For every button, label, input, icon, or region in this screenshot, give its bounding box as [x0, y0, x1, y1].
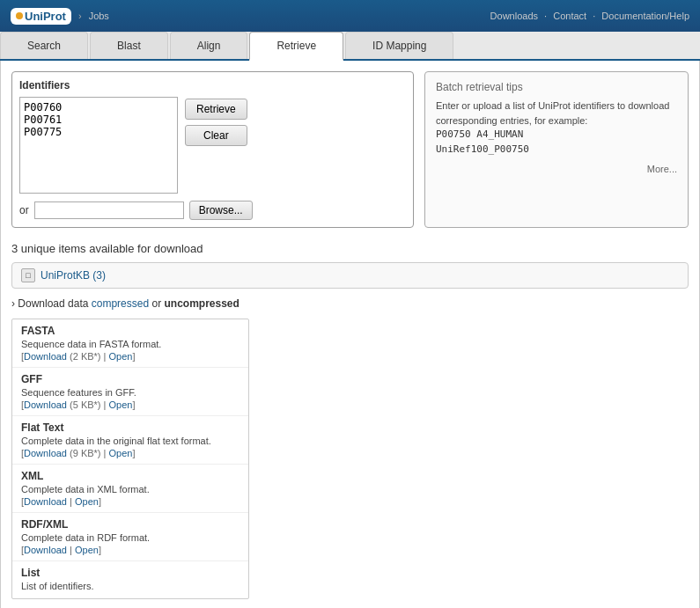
batch-tips-example1: P00750 A4_HUMAN — [436, 128, 677, 143]
main-content: Identifiers P00760 P00761 P00775 Retriev… — [0, 61, 700, 608]
identifiers-box: Identifiers P00760 P00761 P00775 Retriev… — [11, 71, 414, 228]
logo-text: UniProt — [25, 10, 66, 23]
batch-tips-example2: UniRef100_P00750 — [436, 143, 677, 157]
identifiers-section: Identifiers P00760 P00761 P00775 Retriev… — [11, 71, 689, 228]
nav-contact-link[interactable]: Contact — [553, 11, 586, 21]
tab-align[interactable]: Align — [170, 32, 248, 59]
format-desc-list: List of identifiers. — [21, 581, 239, 591]
or-label: or — [19, 204, 29, 216]
format-row-flattext: Flat Text Complete data in the original … — [12, 416, 248, 465]
browse-button[interactable]: Browse... — [189, 201, 253, 220]
results-section: 3 unique items available for download □ … — [11, 242, 689, 599]
results-count: 3 unique items available for download — [11, 242, 689, 255]
fasta-size: 2 KB* — [73, 351, 98, 362]
nav-downloads-link[interactable]: Downloads — [490, 11, 538, 21]
flattext-size: 9 KB* — [73, 448, 98, 458]
format-name-gff: GFF — [21, 373, 239, 385]
open-flattext-link[interactable]: Open — [109, 448, 133, 458]
identifiers-inner: P00760 P00761 P00775 Retrieve Clear — [19, 97, 406, 194]
download-flattext-link[interactable]: Download — [24, 448, 67, 458]
format-name-flattext: Flat Text — [21, 421, 239, 434]
tab-blast[interactable]: Blast — [90, 32, 168, 59]
format-links-flattext: [Download (9 KB*) | Open] — [21, 448, 239, 458]
format-name-xml: XML — [21, 470, 239, 482]
logo-dot — [16, 12, 23, 19]
open-gff-link[interactable]: Open — [109, 399, 133, 410]
open-fasta-link[interactable]: Open — [109, 351, 133, 362]
format-desc-xml: Complete data in XML format. — [21, 484, 239, 494]
tab-retrieve[interactable]: Retrieve — [249, 32, 343, 61]
breadcrumb-jobs: Jobs — [89, 11, 109, 21]
header-left: UniProt › Jobs — [11, 8, 109, 25]
batch-tips-title: Batch retrieval tips — [436, 81, 677, 93]
format-table: FASTA Sequence data in FASTA format. [Do… — [11, 319, 249, 599]
more-link[interactable]: More... — [647, 164, 677, 174]
format-name-list: List — [21, 567, 239, 579]
format-desc-flattext: Complete data in the original flat text … — [21, 436, 239, 446]
identifiers-textarea[interactable]: P00760 P00761 P00775 — [19, 97, 178, 194]
download-data-row: › Download data compressed or uncompress… — [11, 297, 689, 310]
clear-button[interactable]: Clear — [185, 125, 247, 146]
format-links-fasta: [Download (2 KB*) | Open] — [21, 351, 239, 362]
download-xml-link[interactable]: Download — [24, 496, 67, 507]
results-tabs-bar: □ UniProtKB (3) — [11, 262, 689, 289]
retrieve-button[interactable]: Retrieve — [185, 99, 247, 120]
results-tab-link[interactable]: UniProtKB (3) — [41, 269, 106, 282]
open-rdfxml-link[interactable]: Open — [75, 545, 99, 555]
batch-tips-more: More... — [436, 164, 677, 174]
app-header: UniProt › Jobs Downloads · Contact · Doc… — [0, 0, 700, 32]
format-desc-fasta: Sequence data in FASTA format. — [21, 339, 239, 349]
compressed-link[interactable]: compressed — [92, 297, 149, 310]
format-desc-rdfxml: Complete data in RDF format. — [21, 532, 239, 543]
file-input[interactable] — [34, 201, 184, 219]
identifiers-label: Identifiers — [19, 79, 406, 92]
format-row-fasta: FASTA Sequence data in FASTA format. [Do… — [12, 319, 248, 368]
nav-docs-link[interactable]: Documentation/Help — [601, 11, 689, 21]
breadcrumb-chevron: › — [78, 11, 82, 21]
open-xml-link[interactable]: Open — [75, 496, 99, 507]
download-fasta-link[interactable]: Download — [24, 351, 67, 362]
header-nav: Downloads · Contact · Documentation/Help — [490, 11, 689, 21]
format-desc-gff: Sequence features in GFF. — [21, 387, 239, 398]
or-text: or — [151, 297, 161, 310]
format-links-gff: [Download (5 KB*) | Open] — [21, 399, 239, 410]
uncompressed-label: uncompressed — [164, 297, 239, 310]
format-name-rdfxml: RDF/XML — [21, 518, 239, 531]
format-row-gff: GFF Sequence features in GFF. [Download … — [12, 368, 248, 416]
gff-size: 5 KB* — [73, 399, 98, 410]
batch-tips-text: Enter or upload a list of UniProt identi… — [436, 99, 677, 157]
main-tabs: Search Blast Align Retrieve ID Mapping — [0, 32, 700, 61]
tab-id-mapping[interactable]: ID Mapping — [345, 32, 453, 59]
identifiers-buttons: Retrieve Clear — [185, 97, 247, 146]
download-prefix: › Download data — [11, 297, 88, 310]
format-links-xml: [Download | Open] — [21, 496, 239, 507]
format-row-rdfxml: RDF/XML Complete data in RDF format. [Do… — [12, 513, 248, 561]
format-row-list: List List of identifiers. — [12, 561, 248, 598]
batch-tips-box: Batch retrieval tips Enter or upload a l… — [424, 71, 689, 228]
uniprot-icon: □ — [21, 268, 35, 282]
identifiers-or-row: or Browse... — [19, 201, 406, 220]
download-gff-link[interactable]: Download — [24, 399, 67, 410]
format-row-xml: XML Complete data in XML format. [Downlo… — [12, 465, 248, 513]
download-rdfxml-link[interactable]: Download — [24, 545, 67, 555]
uniprot-logo[interactable]: UniProt — [11, 8, 71, 25]
format-name-fasta: FASTA — [21, 325, 239, 337]
format-links-rdfxml: [Download | Open] — [21, 545, 239, 555]
tab-search[interactable]: Search — [0, 32, 88, 59]
